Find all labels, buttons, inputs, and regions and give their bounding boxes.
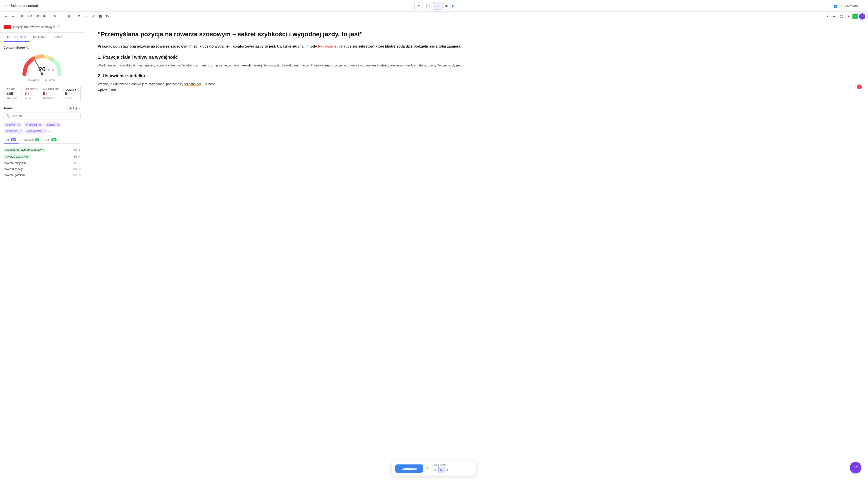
term-row: rowerze szosowym 4/3–6 — [4, 153, 81, 160]
size-l-button[interactable]: L — [445, 467, 451, 473]
toolbar-extra-2[interactable]: ✏ — [831, 13, 837, 20]
heading2-button[interactable]: H2 — [27, 13, 34, 20]
left-panel: pozycja na rowerze szosowym ⓘ GUIDELINES… — [0, 21, 84, 480]
formatting-toolbar: ↩ ↪ H1 H2 H3 H4 B I U ☰ ≡ 🔗 🖼 Tx ⟩ ✏ ◯ ↗… — [0, 11, 868, 21]
bold-button[interactable]: B — [52, 13, 58, 20]
chip-jazda[interactable]: #Jazda - 6 — [44, 122, 61, 127]
editor-intro: Prawidłowo ustawioną pozycję na rowerze … — [98, 43, 855, 49]
score-info-icon[interactable]: ⓘ — [26, 46, 29, 50]
term-row: rowerze górskim 0/2–5 — [4, 172, 81, 178]
document-title: Untitled document — [9, 4, 38, 8]
toolbar-extra-1[interactable]: ⟩ — [824, 13, 830, 20]
top-bar-right: 👥 ✓ 263 words ⋯ — [834, 3, 864, 8]
underline-button[interactable]: U — [66, 13, 72, 20]
stat-paragraphs: PARAGRAPHS 8 ↑ at least 80 — [40, 85, 62, 102]
panel-content: Content Score ⓘ — [0, 42, 84, 480]
adjust-button[interactable]: ⊞ Adjust — [69, 107, 81, 110]
search-icon: 🔍 — [6, 114, 10, 118]
more-options-button[interactable]: ⋯ — [861, 3, 864, 8]
heading1-button[interactable]: H1 — [20, 13, 26, 20]
editor-panel[interactable]: "Przemyślana pozycja na rowerze szosowym… — [84, 21, 868, 480]
compose-button[interactable]: Compose — [395, 464, 423, 473]
toolbar-extra-3[interactable]: ◯ — [838, 13, 844, 20]
content-score-heading: Content Score ⓘ — [4, 46, 81, 50]
toolbar-right: ⟩ ✏ ◯ ↗ ✓ i — [824, 13, 865, 20]
headings-up-arrow: ↑ — [28, 92, 29, 95]
filter-tab-headings[interactable]: Headings 5 — [19, 136, 42, 144]
document-header-title: pozycja na rowerze szosowym — [13, 25, 55, 29]
svg-text:/100: /100 — [48, 68, 54, 72]
chips-expand-button[interactable]: ▾ — [49, 129, 51, 133]
italic-button[interactable]: I — [59, 13, 65, 20]
size-buttons: S M L — [432, 467, 451, 473]
stats-button[interactable] — [433, 2, 441, 10]
chip-rower[interactable]: #Rower - 15 — [4, 122, 23, 127]
filter-tabs: All 80 Headings 5 NLP 76 — [4, 136, 81, 144]
document-header: pozycja na rowerze szosowym ⓘ — [0, 21, 84, 33]
refresh-icon[interactable]: ↺ — [426, 466, 429, 471]
undo-button[interactable]: ↩ — [3, 13, 9, 20]
redo-button[interactable]: ↪ — [10, 13, 16, 20]
output-length-control: Output length S M L — [432, 463, 451, 473]
editor-section1-heading: 1. Pozycja ciała i wpływ na wydajność — [98, 55, 855, 60]
link-button[interactable]: 🔗 — [90, 13, 96, 20]
term-row: rower szosowy 0/1–3 — [4, 166, 81, 172]
editor-title: "Przemyślana pozycja na rowerze szosowym… — [98, 30, 855, 38]
size-m-button[interactable]: M — [438, 467, 444, 473]
preview-button[interactable]: 👁 — [414, 2, 423, 10]
toolbar-extra-4[interactable]: ↗ — [845, 13, 851, 20]
unordered-list-button[interactable]: ≡ — [83, 13, 89, 20]
terms-title: Terms — [4, 107, 13, 110]
gauge-container: 26 /100 ⇅ Avg 58 ⇅ Top 65 — [4, 53, 81, 82]
svg-text:26: 26 — [39, 66, 45, 73]
svg-rect-1 — [437, 5, 437, 7]
format-button[interactable]: Tx — [104, 13, 111, 20]
fab-button[interactable]: ? — [850, 462, 861, 473]
filter-tab-nlp[interactable]: NLP 76 — [42, 136, 60, 144]
collab-icon: 👥 — [834, 4, 838, 7]
top-label: ⇅ Top 65 — [45, 79, 56, 82]
ordered-list-button[interactable]: ☰ — [76, 13, 82, 20]
doc-info-icon[interactable]: ⓘ — [57, 25, 60, 29]
compose-bar: Compose ↺ Output length S M L — [392, 461, 476, 476]
main-layout: pozycja na rowerze szosowym ⓘ GUIDELINES… — [0, 21, 868, 480]
tab-outline[interactable]: OUTLINE — [29, 33, 50, 42]
svg-rect-2 — [438, 4, 438, 7]
notification-badge: 8 — [857, 85, 862, 89]
top-bar-center: 👁 💬 ▣ — [414, 2, 454, 10]
red-indicator — [4, 25, 11, 29]
word-count: 263 words — [845, 4, 858, 7]
filter-tab-all[interactable]: All 80 — [4, 136, 19, 144]
saved-check-icon: ✓ — [840, 4, 843, 8]
sidebar-button[interactable]: ▣ — [442, 2, 451, 10]
term-row: pozycja na rowerze szosowym 2/1–5 — [4, 146, 81, 153]
comments-button[interactable]: 💬 — [424, 2, 432, 10]
heading4-button[interactable]: H4 — [41, 13, 48, 20]
details-button[interactable]: Details ▾ — [63, 87, 79, 92]
words-up-arrow: ↑ — [14, 92, 16, 95]
gauge-chart: 26 /100 — [20, 53, 64, 78]
search-box: 🔍 — [4, 112, 81, 120]
panel-tabs: GUIDELINES OUTLINE BRIEF — [0, 33, 84, 42]
shield-icon: ✓ — [852, 13, 858, 19]
user-avatar-icon: i — [859, 13, 865, 20]
terms-header: Terms ⊞ Adjust — [4, 107, 81, 110]
back-button[interactable]: ← — [4, 3, 7, 8]
stat-headings: HEADINGS 7 ↑ 22–69 — [22, 85, 40, 102]
chip-siodelko[interactable]: #Siodelko - 6 — [4, 129, 24, 133]
heading3-button[interactable]: H3 — [34, 13, 41, 20]
tab-guidelines[interactable]: GUIDELINES — [4, 33, 29, 42]
svg-point-4 — [41, 73, 43, 75]
chip-pozycja[interactable]: #Pozycja - 8 — [24, 122, 43, 127]
top-bar: ← Untitled document 👁 💬 ▣ 👥 ✓ 263 words … — [0, 0, 868, 11]
image-button[interactable]: 🖼 — [97, 13, 103, 20]
avg-label: ⇅ Avg 58 — [28, 79, 39, 82]
chip-kierownica[interactable]: #Kierownica - 5 — [25, 129, 48, 133]
size-s-button[interactable]: S — [432, 467, 438, 473]
editor-section1-body: Wielki wpływ na szybkość i wydajność, po… — [98, 62, 855, 68]
editor-section2-heading: 2. Ustawienie siodełka — [98, 73, 855, 79]
gauge-labels: ⇅ Avg 58 ⇅ Top 65 — [28, 79, 56, 82]
padawanie-link[interactable]: Padawanie — [318, 44, 336, 48]
search-input[interactable] — [12, 114, 78, 118]
tab-brief[interactable]: BRIEF — [50, 33, 66, 42]
